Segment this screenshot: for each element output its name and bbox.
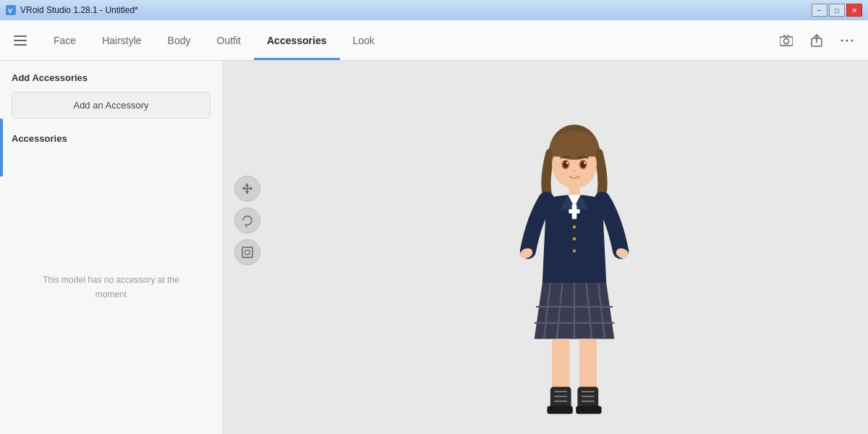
add-accessories-title: Add Accessories [12, 72, 210, 83]
svg-point-23 [563, 161, 569, 169]
tab-look[interactable]: Look [340, 20, 388, 60]
window-title: VRoid Studio 1.28.1 - Untitled* [20, 5, 138, 15]
svg-point-26 [584, 162, 586, 164]
svg-point-11 [846, 39, 848, 41]
close-button[interactable]: ✕ [846, 4, 862, 17]
viewport-controls [234, 176, 260, 265]
tab-body[interactable]: Body [155, 20, 204, 60]
nav-tabs: Face Hairstyle Body Outfit Accessories L… [41, 20, 774, 60]
tab-face[interactable]: Face [41, 20, 89, 60]
svg-text:V: V [8, 7, 12, 14]
add-accessory-button[interactable]: Add an Accessory [12, 92, 210, 119]
svg-rect-15 [242, 247, 252, 258]
app-window: Face Hairstyle Body Outfit Accessories L… [0, 20, 868, 434]
svg-point-25 [566, 162, 569, 164]
more-options-button[interactable] [835, 28, 859, 53]
svg-point-10 [841, 39, 843, 41]
nav-actions [774, 28, 859, 53]
tab-hairstyle[interactable]: Hairstyle [89, 20, 154, 60]
svg-point-27 [573, 170, 575, 172]
accessories-section-title: Accessories [12, 133, 210, 144]
svg-point-32 [573, 237, 576, 240]
3d-viewport[interactable] [223, 61, 868, 434]
svg-point-12 [851, 39, 854, 41]
tab-outfit[interactable]: Outfit [204, 20, 254, 60]
svg-rect-7 [784, 35, 788, 37]
svg-rect-4 [14, 44, 27, 46]
svg-rect-16 [245, 250, 250, 255]
character-model [502, 123, 647, 427]
svg-rect-46 [547, 406, 572, 414]
app-icon: V [6, 5, 16, 15]
camera-button[interactable] [774, 28, 799, 53]
svg-point-6 [784, 38, 789, 43]
export-button[interactable] [804, 28, 829, 53]
content-area: Add Accessories Add an Accessory Accesso… [0, 61, 868, 434]
svg-rect-30 [569, 209, 579, 213]
svg-rect-3 [14, 40, 27, 41]
left-panel: Add Accessories Add an Accessory Accesso… [0, 61, 223, 434]
title-bar: V VRoid Studio 1.28.1 - Untitled* − □ ✕ [0, 0, 868, 20]
svg-point-33 [573, 250, 576, 252]
svg-point-24 [580, 161, 586, 169]
window-controls: − □ ✕ [812, 4, 862, 17]
rotate-control-button[interactable] [234, 208, 260, 234]
menu-icon[interactable] [9, 29, 32, 52]
tab-accessories[interactable]: Accessories [254, 20, 340, 60]
empty-accessories-message: This model has no accessory at the momen… [12, 153, 210, 422]
svg-point-31 [573, 225, 576, 228]
maximize-button[interactable]: □ [829, 4, 845, 17]
svg-rect-48 [576, 406, 601, 414]
panel-accent [0, 119, 3, 176]
svg-rect-2 [14, 35, 27, 37]
scale-control-button[interactable] [234, 239, 260, 265]
nav-bar: Face Hairstyle Body Outfit Accessories L… [0, 20, 868, 61]
minimize-button[interactable]: − [812, 4, 827, 17]
move-control-button[interactable] [234, 176, 260, 202]
